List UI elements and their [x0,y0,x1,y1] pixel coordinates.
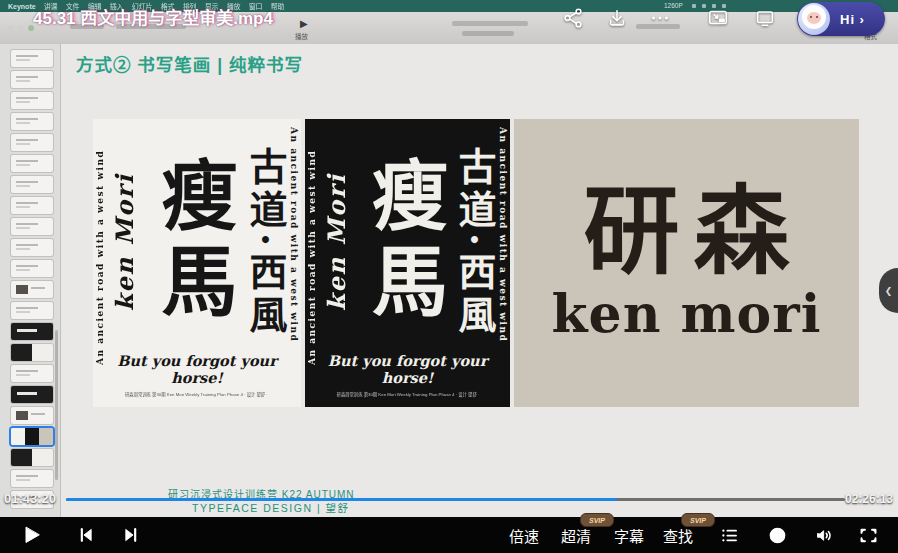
video-player: Keynote 讲课文件编辑插入幻灯片格式排列显示播放窗口帮助 1260P ▶ … [0,0,898,553]
toolbar-doc-subtitle [462,31,514,36]
slide-thumbnail-11[interactable] [11,260,53,277]
poster-bottom-text: But you forgot your horse! [305,352,510,386]
settings-icon[interactable] [764,517,790,553]
toolbar-play-icon[interactable]: ▶ [300,18,308,29]
slide-thumbnail-17[interactable] [11,386,53,403]
download-icon[interactable] [606,7,628,29]
playlist-icon[interactable] [716,517,742,553]
next-track-button[interactable] [117,517,145,553]
slide-thumbnail-4[interactable] [11,113,53,130]
assistant-greeting: Hi › [840,12,865,27]
video-frame[interactable]: Keynote 讲课文件编辑插入幻灯片格式排列显示播放窗口帮助 1260P ▶ … [0,0,898,517]
poster-caption: 研森周常训练 第30期 Ken Mori Weekly Training Pla… [125,391,269,397]
poster-artist-vertical: ken Mori [322,173,351,311]
picture-in-picture-icon[interactable] [707,7,729,29]
slide-thumbnail-10[interactable] [11,239,53,256]
total-duration: 02:26:13 [845,492,893,506]
slide-thumbnail-8[interactable] [11,197,53,214]
current-time: 01:43:20 [4,491,56,506]
logo-zh: 研森 [570,183,804,279]
progress-fill [66,498,617,501]
poster-side-text-left: An ancient road with a west wind [95,127,105,365]
keynote-app-name: Keynote [8,3,36,10]
progress-bar[interactable] [66,498,845,501]
poster-cn-sub: 古道·西風 [246,147,284,337]
slide-thumbnail-19-selected[interactable] [11,428,53,445]
slide-thumbnail-list [11,50,53,508]
poster-side-text-right: An ancient road with a west wind [498,127,508,365]
poster-artist-vertical: ken Mori [110,173,139,311]
slide-thumbnail-2[interactable] [11,71,53,88]
slide-thumbnail-14[interactable] [11,323,53,340]
slide-thumbnail-7[interactable] [11,176,53,193]
cast-screen-icon[interactable] [754,7,776,29]
video-title: 45.31 西文中用与字型审美.mp4 [33,4,273,29]
slide-navigator [0,44,61,517]
poster-caption: 研森周常训练 第30期 Ken Mori Weekly Training Pla… [337,391,479,397]
toolbar-doc-title [452,21,528,26]
slide-footer-line2: TYPEFACE DESIGN | 望舒 [192,500,350,515]
toolbar-play-label: 播放 [295,31,308,41]
poster-cn-main: 瘦馬 [365,156,441,328]
svip-badge-search: SVIP [681,513,715,527]
slide-thumbnail-12[interactable] [11,281,53,298]
subtitles-button[interactable]: 字幕 [614,517,644,553]
poster-cn-sub: 古道·西風 [455,147,493,337]
slide-thumbnail-21[interactable] [11,470,53,487]
poster-panel-light: An ancient road with a west wind An anci… [93,119,301,407]
slide-thumbnail-6[interactable] [11,155,53,172]
poster-cn-main: 瘦馬 [155,156,231,328]
poster-bottom-text: But you forgot your horse! [93,352,301,386]
slide-thumbnail-3[interactable] [11,92,53,109]
logo-panel: 研森 ken mori [514,119,859,407]
play-button[interactable] [16,517,46,553]
poster-side-text-left: An ancient road with a west wind [307,127,317,365]
slide-title: 方式② 书写笔画 | 纯粹书写 [76,51,303,76]
chevron-left-icon: ❮ [885,286,893,296]
slide-thumbnail-9[interactable] [11,218,53,235]
slide-canvas: 方式② 书写笔画 | 纯粹书写 An ancient road with a w… [61,44,898,517]
slide-thumbnail-16[interactable] [11,365,53,382]
slide-thumbnail-20[interactable] [11,449,53,466]
logo-latin: ken mori [552,283,822,344]
slide-thumbnail-5[interactable] [11,134,53,151]
slide-thumbnail-15[interactable] [11,344,53,361]
poster-panel-dark: An ancient road with a west wind An anci… [305,119,510,407]
slide-thumbnail-1[interactable] [11,50,53,67]
more-options-icon[interactable] [649,7,671,29]
svip-badge-quality: SVIP [580,513,614,527]
playback-speed-button[interactable]: 倍速 [509,517,539,553]
assistant-pill[interactable]: Hi › [797,2,885,36]
poster-panels: An ancient road with a west wind An anci… [93,119,859,407]
player-control-bar: 倍速 超清 字幕 查找 [0,517,898,553]
poster-side-text-right: An ancient road with a west wind [289,127,299,365]
slide-thumbnail-18[interactable] [11,407,53,424]
fullscreen-icon[interactable] [855,517,881,553]
sidebar-scrollbar[interactable] [55,330,58,480]
window-traffic-lights[interactable] [8,25,34,31]
share-icon[interactable] [562,7,584,29]
assistant-avatar [798,3,830,35]
previous-track-button[interactable] [72,517,100,553]
slide-thumbnail-13[interactable] [11,302,53,319]
volume-icon[interactable] [811,517,837,553]
